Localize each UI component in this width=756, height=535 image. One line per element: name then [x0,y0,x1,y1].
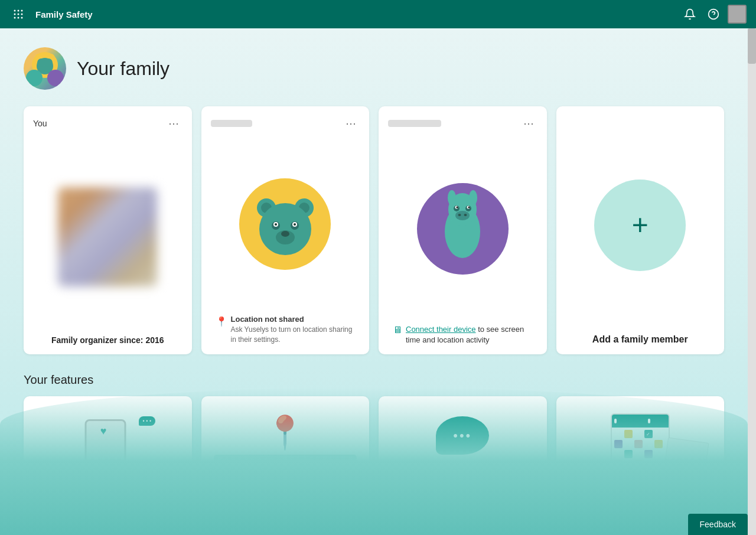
svg-point-7 [18,17,19,19]
svg-point-16 [44,58,53,67]
communication-illustration: ••• ✉ [388,410,537,493]
app-title: Family Safety [35,9,680,19]
svg-point-15 [37,58,45,67]
svg-point-8 [21,17,23,19]
feedback-button[interactable]: Feedback [688,514,748,535]
feature-card-screen-time[interactable]: • • • ♥ 🎮 📍 [24,396,192,503]
svg-point-27 [281,231,289,237]
card-name-blur-2 [388,120,441,127]
features-section: Your features • • • ♥ 🎮 📍 [24,373,724,503]
card-avatar-llama [388,138,537,319]
card-info-you: Family organizer since: 2016 [33,335,183,345]
add-circle: + [594,180,686,271]
blurred-photo [58,187,157,286]
calendar-widget: ✓ [611,413,670,478]
main-content: Your family You ⋯ Family organizer since… [0,28,748,535]
family-card-member1: ⋯ [201,106,370,354]
scrollbar-thumb[interactable] [748,28,756,64]
location-title: Location not shared [231,315,356,324]
svg-point-23 [259,203,311,255]
card-name-blur-1 [211,120,252,127]
device-icon: 🖥 [393,325,402,335]
svg-point-44 [464,214,467,216]
card-menu-member2[interactable]: ⋯ [520,116,537,131]
location-row: 📍 Location not shared Ask Yuselys to tur… [216,315,356,345]
connect-row: 🖥 Connect their device to see screen tim… [393,324,533,345]
notification-icon[interactable] [680,5,699,24]
svg-point-35 [469,190,477,205]
location-icon: 📍 [216,316,227,327]
feature-card-communication[interactable]: ••• ✉ [379,396,547,503]
svg-point-40 [457,207,458,208]
svg-point-42 [455,211,470,220]
calendar-illustration: ✓ [566,410,715,493]
topbar: Family Safety [0,0,756,28]
add-plus-icon: + [632,211,649,239]
organizer-text: Family organizer since: 2016 [38,335,178,345]
features-title: Your features [24,373,724,387]
feature-card-calendar[interactable]: ✓ [556,396,725,503]
help-icon[interactable] [704,5,723,24]
svg-point-1 [18,10,19,12]
svg-point-0 [14,10,16,12]
svg-point-34 [448,190,456,205]
family-avatar [24,47,66,90]
feature-card-location[interactable]: 📍 [201,396,370,503]
page-header: Your family [24,47,724,90]
svg-point-2 [21,10,23,12]
screen-time-illustration: • • • ♥ 🎮 📍 [33,410,183,493]
card-info-member1: 📍 Location not shared Ask Yuselys to tur… [211,310,360,345]
family-card-add[interactable]: + Add a family member [556,106,725,354]
card-header-member2: ⋯ [388,116,537,131]
svg-point-18 [47,70,64,86]
card-menu-member1[interactable]: ⋯ [342,116,360,131]
card-header-member1: ⋯ [211,116,360,131]
svg-point-30 [275,223,277,226]
svg-point-3 [14,14,16,15]
family-cards: You ⋯ Family organizer since: 2016 ⋯ [24,106,724,354]
location-illustration: 📍 [211,410,360,493]
card-name-you: You [33,119,47,128]
card-menu-you[interactable]: ⋯ [165,116,183,131]
family-card-you: You ⋯ Family organizer since: 2016 [24,106,192,354]
card-header-you: You ⋯ [33,116,183,131]
add-label: Add a family member [571,334,711,345]
grid-icon[interactable] [9,5,27,23]
location-sub: Ask Yuselys to turn on location sharing … [231,325,356,345]
family-card-member2: ⋯ [379,106,547,354]
card-avatar-you [33,138,183,335]
card-avatar-add: + [566,123,715,327]
card-avatar-bear [211,138,360,310]
page-title: Your family [77,58,170,80]
card-info-member2: 🖥 Connect their device to see screen tim… [388,319,537,345]
svg-point-31 [294,223,296,226]
svg-point-43 [458,214,461,216]
connect-link[interactable]: Connect their device [406,325,476,334]
svg-point-41 [468,207,470,208]
scrollbar-track[interactable] [748,28,756,535]
card-info-add: Add a family member [566,327,715,345]
svg-point-6 [14,17,16,19]
features-cards: • • • ♥ 🎮 📍 📍 [24,396,724,503]
avatar[interactable] [728,5,747,24]
svg-point-17 [26,70,43,86]
svg-point-4 [18,14,19,15]
svg-point-5 [21,14,23,15]
